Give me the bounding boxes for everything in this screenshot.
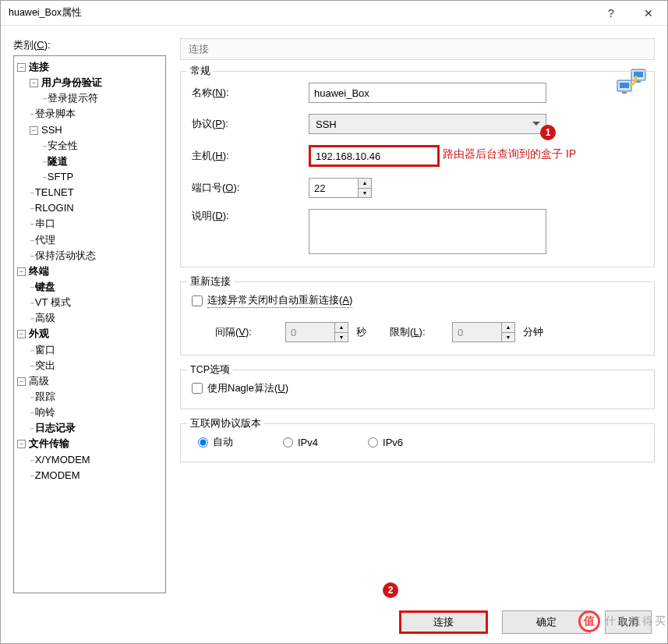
ip-v6-radio[interactable]: IPv6 bbox=[368, 435, 403, 449]
tree-user-auth[interactable]: −用户身份验证 ···登录提示符 bbox=[30, 75, 164, 106]
tree-bell[interactable]: ···响铃 bbox=[30, 405, 164, 420]
interval-up-icon[interactable]: ▲ bbox=[335, 323, 348, 333]
tree-logging[interactable]: ···日志记录 bbox=[30, 420, 164, 436]
interval-down-icon[interactable]: ▼ bbox=[335, 333, 348, 342]
limit-unit: 分钟 bbox=[523, 325, 543, 339]
port-down-icon[interactable]: ▼ bbox=[359, 189, 371, 198]
general-legend: 常规 bbox=[187, 65, 214, 78]
category-label: 类别(C): bbox=[13, 39, 51, 51]
category-tree[interactable]: −连接 −用户身份验证 ···登录提示符 ···登录脚本 −SSH ···安全性… bbox=[13, 55, 166, 593]
properties-dialog: huawei_Box属性 ? ✕ 类别(C): −连接 −用户身份验证 ···登… bbox=[0, 0, 668, 644]
annotation-host-note: 路由器后台查询到的盒子 IP bbox=[443, 147, 576, 161]
title-bar: huawei_Box属性 ? ✕ bbox=[1, 1, 667, 26]
tree-zmodem[interactable]: ···ZMODEM bbox=[30, 468, 164, 483]
tree-sftp[interactable]: ···SFTP bbox=[42, 169, 164, 185]
ip-v4-radio[interactable]: IPv4 bbox=[283, 435, 318, 449]
annotation-badge-1: 1 bbox=[540, 125, 556, 140]
connect-button[interactable]: 连接 bbox=[399, 610, 488, 634]
ipver-group: 互联网协议版本 自动 IPv4 IPv6 bbox=[180, 423, 655, 462]
tree-keyboard[interactable]: ···键盘 bbox=[30, 279, 164, 295]
close-button[interactable]: ✕ bbox=[630, 1, 667, 26]
tree-file-transfer[interactable]: −文件传输 ···X/YMODEM ···ZMODEM bbox=[17, 436, 164, 483]
general-group: 常规 名称(N): 协议(P): SSH 1 主机(H): bbox=[180, 71, 655, 267]
ip-auto-radio[interactable]: 自动 bbox=[198, 435, 233, 449]
watermark: 值 什么值得买 bbox=[578, 610, 667, 632]
tree-proxy[interactable]: ···代理 bbox=[30, 232, 164, 248]
nagle-checkbox[interactable]: 使用Nagle算法(U) bbox=[192, 381, 288, 395]
limit-stepper[interactable]: ▲▼ bbox=[452, 322, 515, 342]
tree-vtmode[interactable]: ···VT 模式 bbox=[30, 295, 164, 310]
host-label: 主机(H): bbox=[192, 149, 309, 163]
tree-appearance[interactable]: −外观 ···窗口 ···突出 bbox=[17, 326, 164, 373]
tree-keepalive[interactable]: ···保持活动状态 bbox=[30, 248, 164, 264]
port-stepper[interactable]: ▲▼ bbox=[309, 178, 372, 198]
reconnect-group: 重新连接 连接异常关闭时自动重新连接(A) 间隔(V): ▲▼ 秒 限制(L bbox=[180, 281, 655, 356]
port-up-icon[interactable]: ▲ bbox=[359, 179, 371, 189]
ok-button[interactable]: 确定 bbox=[502, 610, 591, 634]
interval-stepper[interactable]: ▲▼ bbox=[285, 322, 348, 342]
help-button[interactable]: ? bbox=[592, 1, 630, 26]
limit-up-icon[interactable]: ▲ bbox=[502, 323, 514, 333]
brand-text: 什么值得买 bbox=[605, 614, 667, 628]
host-input[interactable] bbox=[309, 145, 440, 167]
tree-xymodem[interactable]: ···X/YMODEM bbox=[30, 452, 164, 468]
desc-label: 说明(D): bbox=[192, 209, 309, 223]
tree-window[interactable]: ···窗口 bbox=[30, 342, 164, 358]
reconnect-legend: 重新连接 bbox=[187, 275, 234, 288]
tree-tunnel[interactable]: ···隧道 bbox=[42, 154, 164, 169]
tree-ssh[interactable]: −SSH ···安全性 ···隧道 ···SFTP bbox=[30, 122, 164, 186]
protocol-label: 协议(P): bbox=[192, 117, 309, 131]
interval-unit: 秒 bbox=[356, 325, 366, 339]
tree-highlight[interactable]: ···突出 bbox=[30, 358, 164, 373]
auto-reconnect-checkbox[interactable]: 连接异常关闭时自动重新连接(A) bbox=[192, 293, 352, 308]
tree-connection[interactable]: −连接 −用户身份验证 ···登录提示符 ···登录脚本 −SSH ···安全性… bbox=[17, 59, 164, 264]
name-label: 名称(N): bbox=[192, 86, 309, 100]
tree-terminal[interactable]: −终端 ···键盘 ···VT 模式 ···高级 bbox=[17, 264, 164, 327]
interval-label: 间隔(V): bbox=[215, 325, 285, 339]
desc-input[interactable] bbox=[309, 209, 546, 254]
brand-badge-icon: 值 bbox=[578, 610, 600, 632]
limit-label: 限制(L): bbox=[390, 325, 452, 339]
ipver-legend: 互联网协议版本 bbox=[187, 417, 264, 430]
protocol-select[interactable]: SSH bbox=[309, 114, 546, 134]
tree-telnet[interactable]: ···TELNET bbox=[30, 185, 164, 200]
port-label: 端口号(O): bbox=[192, 181, 309, 195]
port-input[interactable] bbox=[309, 179, 358, 197]
tree-advanced[interactable]: −高级 ···跟踪 ···响铃 ···日志记录 bbox=[17, 373, 164, 437]
tree-serial[interactable]: ···串口 bbox=[30, 216, 164, 232]
name-input[interactable] bbox=[309, 83, 546, 103]
window-title: huawei_Box属性 bbox=[9, 6, 592, 19]
dialog-footer: 连接 确定 取消 值 什么值得买 bbox=[1, 601, 667, 643]
tree-rlogin[interactable]: ···RLOGIN bbox=[30, 200, 164, 216]
tree-advanced-term[interactable]: ···高级 bbox=[30, 310, 164, 326]
breadcrumb: 连接 bbox=[180, 38, 655, 60]
tree-trace[interactable]: ···跟踪 bbox=[30, 389, 164, 405]
limit-input bbox=[453, 323, 501, 341]
tcp-legend: TCP选项 bbox=[187, 363, 233, 377]
interval-input bbox=[286, 323, 334, 341]
tcp-group: TCP选项 使用Nagle算法(U) bbox=[180, 370, 655, 409]
tree-security[interactable]: ···安全性 bbox=[42, 138, 164, 154]
tree-login-script[interactable]: ···登录脚本 bbox=[30, 106, 164, 122]
limit-down-icon[interactable]: ▼ bbox=[502, 333, 514, 342]
tree-login-prompt[interactable]: ···登录提示符 bbox=[42, 90, 164, 106]
annotation-badge-2: 2 bbox=[383, 582, 398, 598]
